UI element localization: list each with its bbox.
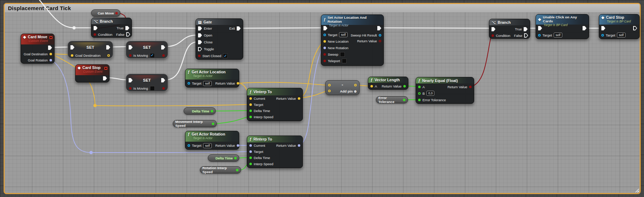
delegate-pin[interactable] [50,36,52,39]
return-value-pin[interactable] [469,86,472,88]
return-value-pin[interactable] [298,97,300,100]
condition-pin[interactable] [491,34,494,37]
branch-node-2[interactable]: ⌥ Branch True Condition False [489,19,530,39]
close-exec-pin[interactable] [198,40,202,44]
target-pin[interactable] [601,34,604,37]
b-pin[interactable] [418,92,421,95]
error-tolerance-output-pin[interactable] [403,99,405,101]
delta-time-pin[interactable] [249,110,252,112]
target-pin[interactable] [188,82,190,85]
false-exec-pin[interactable] [524,33,528,38]
goal-rotation-pin[interactable] [50,59,52,61]
target-pin[interactable] [249,150,252,153]
target-pin[interactable] [538,34,541,37]
is-moving-out-pin[interactable] [162,54,165,57]
get-movement-interp-speed-node[interactable]: Movement Interp Speed [173,120,217,127]
sweep-hit-result-pin[interactable] [379,34,381,37]
comment-resize-handle[interactable] [635,188,639,192]
error-tolerance-pin[interactable] [418,99,421,101]
start-closed-checkbox-checked[interactable]: ✓ [223,53,228,58]
target-pin[interactable] [249,103,252,106]
sweep-checkbox-unchecked[interactable] [340,52,345,57]
exec-in-pin[interactable] [601,26,605,30]
branch-node-1[interactable]: ⌥ Branch True Condition False [91,18,132,38]
is-moving-checkbox-unchecked[interactable] [150,86,155,91]
get-actor-rotation-node[interactable]: ƒ Get Actor Rotation Target is Actor Tar… [185,131,239,150]
return-value-pin[interactable] [298,144,300,147]
return-value-pin[interactable] [237,144,239,147]
rinterp-to-node[interactable]: ƒ RInterp To Current Return Value Target… [247,136,303,168]
new-location-pin[interactable] [323,40,326,43]
target-self-value[interactable]: self [617,33,625,38]
sweep-pin[interactable] [323,53,326,56]
goal-destination-out-pin[interactable] [107,54,110,57]
true-exec-pin[interactable] [524,27,528,31]
gate-node[interactable]: ▤ Gate Enter Exit Open Close Toggle Star… [196,18,243,60]
vector-length-node[interactable]: ƒ Vector Length A Return Value [368,77,408,90]
exit-exec-pin[interactable] [237,26,241,31]
get-can-move-node[interactable]: Can Move [91,9,120,17]
enter-exec-pin[interactable] [198,26,202,31]
exec-out-pin[interactable] [633,26,637,30]
set-actor-location-and-rotation-node[interactable]: ƒ Set Actor Location And Rotation Target… [321,14,384,66]
toggle-exec-pin[interactable] [198,47,202,51]
true-exec-pin[interactable] [125,26,129,30]
is-moving-checkbox-checked[interactable]: ✓ [150,53,155,58]
interp-speed-pin[interactable] [249,163,252,165]
target-pin[interactable] [188,144,190,147]
delegate-pin[interactable] [104,67,107,70]
return-value-pin[interactable] [237,82,239,85]
get-delta-time-node-1[interactable]: Delta Time [184,107,216,115]
card-stop-call-node[interactable]: ◆ Card Stop Target is BP Card Target sel… [599,14,640,39]
unable-click-on-any-cards-node[interactable]: ◆ Unable Click on Any Cards Target is BP… [536,14,589,39]
goal-destination-pin[interactable] [50,53,52,55]
return-value-pin[interactable] [403,85,406,87]
target-self-value[interactable]: self [203,81,211,86]
a-pin[interactable] [370,85,373,87]
target-pin[interactable] [323,34,326,36]
interp-speed-pin[interactable] [249,116,252,118]
delta-time-pin[interactable] [249,157,252,159]
movement-interp-speed-output-pin[interactable] [212,123,214,125]
is-moving-in-pin[interactable] [129,87,132,90]
get-error-tolerance-node[interactable]: Error Tolerance [376,96,408,103]
current-pin[interactable] [249,144,252,147]
teleport-pin[interactable] [323,60,326,62]
vector-subtract-node[interactable]: - Add pin ⊕ [325,80,360,95]
false-exec-pin[interactable] [126,32,130,37]
delta-time-output-pin[interactable] [234,157,237,159]
vinterp-to-node[interactable]: ƒ VInterp To Current Return Value Target… [247,88,303,121]
b-value-field[interactable]: 0,0 [426,91,434,96]
get-rotation-interp-speed-node[interactable]: Rotation Interp Speed [200,166,241,174]
card-move-event-node[interactable]: ◆ Card Move Custom Event Goal Destinatio… [21,34,55,64]
teleport-checkbox-unchecked[interactable] [342,59,347,63]
target-self-value[interactable]: self [339,32,347,37]
nearly-equal-node[interactable]: ƒ Nearly Equal (Float) A Return Value B … [416,77,474,104]
exec-in-pin[interactable] [491,27,495,31]
open-exec-pin[interactable] [198,33,202,38]
rotation-interp-speed-output-pin[interactable] [236,169,239,171]
card-stop-event-node[interactable]: ◆ Card Stop Custom Event [75,64,110,82]
get-delta-time-node-2[interactable]: Delta Time [208,154,239,162]
exec-in-pin[interactable] [94,26,98,30]
condition-pin[interactable] [94,33,96,36]
add-pin-button[interactable]: Add pin ⊕ [340,89,357,93]
subtract-input-b-pin[interactable] [328,90,331,92]
is-moving-out-pin[interactable] [162,87,165,90]
new-rotation-pin[interactable] [323,47,326,49]
exec-out-pin[interactable] [103,76,107,81]
set-is-moving-true-node[interactable]: SET Is Moving ✓ [126,41,168,59]
goal-destination-in-pin[interactable] [71,54,73,57]
target-self-value[interactable]: self [554,33,562,38]
start-closed-pin[interactable] [198,55,201,57]
exec-out-pin[interactable] [48,46,52,50]
set-is-moving-false-node[interactable]: SET Is Moving [126,74,168,91]
blueprint-graph-canvas[interactable]: Displacement Card Tick [0,0,644,197]
exec-in-pin[interactable] [323,26,327,30]
return-value-pin[interactable] [379,40,381,42]
delta-time-output-pin[interactable] [211,110,213,112]
can-move-output-pin[interactable] [115,12,118,14]
exec-in-pin[interactable] [538,26,542,30]
a-pin[interactable] [418,86,421,88]
set-goal-destination-node[interactable]: SET Goal Destination [68,41,113,59]
